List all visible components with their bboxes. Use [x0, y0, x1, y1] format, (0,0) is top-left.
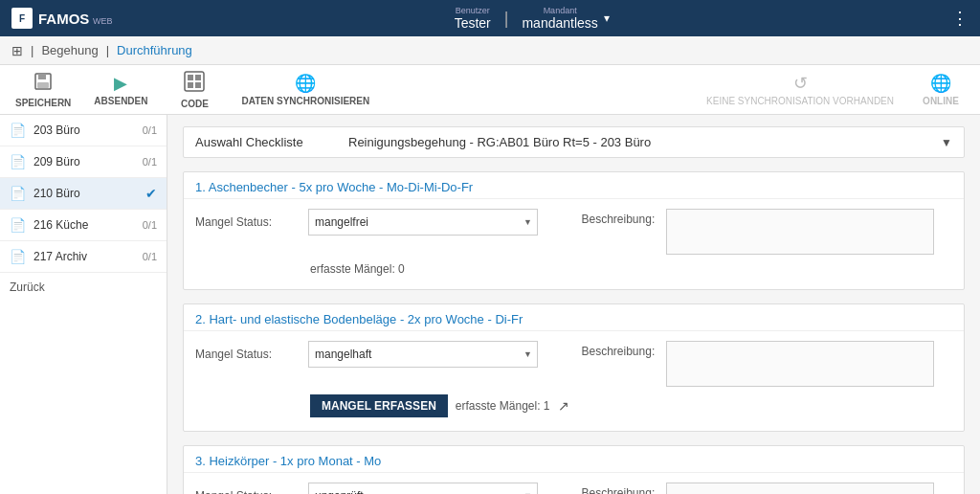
section-1-select-wrapper: mangelfrei mangelhaft ungeprüft [308, 209, 538, 236]
sidebar-label-203: 203 Büro [33, 124, 135, 137]
section-2-mangel-label: Mangel Status: [195, 348, 301, 361]
section-3-mangel-select[interactable]: mangelfrei mangelhaft ungeprüft [308, 483, 538, 494]
section-2: 2. Hart- und elastische Bodenbeläge - 2x… [183, 303, 965, 432]
section-1-beschreibung-label: Beschreibung: [582, 209, 658, 226]
online-icon: 🌐 [930, 73, 951, 94]
sidebar-count-216: 0/1 [143, 219, 157, 231]
section-2-mangel-select[interactable]: mangelfrei mangelhaft ungeprüft [308, 341, 538, 368]
section-3: 3. Heizkörper - 1x pro Monat - Mo Mangel… [183, 445, 965, 494]
section-1-body: Mangel Status: mangelfrei mangelhaft ung… [184, 199, 964, 289]
doc-icon-203: 📄 [10, 123, 26, 138]
section-3-form-row: Mangel Status: mangelfrei mangelhaft ung… [195, 483, 952, 494]
checkliste-dropdown-icon[interactable]: ▼ [941, 136, 952, 149]
section-2-select-wrapper: mangelfrei mangelhaft ungeprüft [308, 341, 538, 368]
section-2-beschreibung-label: Beschreibung: [582, 341, 658, 358]
section-2-erfasste-text: erfasste Mängel: 1 [456, 399, 550, 413]
top-navigation: F FAMOS WEB Benutzer Tester | Mandant ma… [0, 0, 980, 36]
sync-label: DATEN SYNCHRONISIEREN [241, 96, 369, 106]
code-icon [184, 71, 205, 97]
send-icon: ▶ [114, 73, 127, 94]
section-3-body: Mangel Status: mangelfrei mangelhaft ung… [184, 473, 964, 494]
logo-sub: WEB [93, 16, 113, 26]
breadcrumb-sep2: | [106, 43, 109, 57]
section-2-beschreibung-input[interactable] [666, 341, 934, 387]
sync-icon: 🌐 [295, 73, 316, 94]
svg-rect-5 [195, 75, 201, 80]
toolbar: SPEICHERN ▶ ABSENDEN CODE 🌐 DATEN SYNCHR… [0, 65, 980, 115]
checkliste-value: Reinigungsbegehung - RG:AB01 Büro Rt=5 -… [348, 135, 941, 149]
section-1-erfasste-row: erfasste Mängel: 0 [195, 260, 952, 280]
section-1-mangel-label: Mangel Status: [195, 215, 301, 229]
send-label: ABSENDEN [94, 96, 147, 106]
send-button[interactable]: ▶ ABSENDEN [94, 73, 147, 106]
mandate-name: mandantless [522, 15, 597, 31]
user-mandate-divider: | [504, 9, 509, 29]
section-1-beschreibung-field: Beschreibung: [582, 209, 953, 255]
code-label: CODE [181, 99, 209, 109]
mangel-erfassen-button[interactable]: MANGEL ERFASSEN [310, 394, 448, 417]
doc-icon-216: 📄 [10, 217, 26, 233]
breadcrumb-begehung[interactable]: Begehung [41, 43, 98, 57]
section-3-mangel-field: Mangel Status: mangelfrei mangelhaft ung… [195, 483, 567, 494]
online-button[interactable]: 🌐 ONLINE [917, 73, 965, 106]
breadcrumb-sep: | [31, 43, 33, 57]
sidebar: 📄 203 Büro 0/1 📄 209 Büro 0/1 📄 210 Büro… [0, 115, 167, 494]
doc-icon-217: 📄 [10, 249, 26, 264]
mandate-dropdown-icon[interactable]: ▾ [604, 11, 610, 25]
external-link-icon[interactable]: ↗ [558, 398, 569, 414]
sidebar-count-209: 0/1 [143, 156, 157, 168]
sync-button[interactable]: 🌐 DATEN SYNCHRONISIEREN [241, 73, 369, 106]
section-2-beschreibung-field: Beschreibung: [582, 341, 953, 387]
keine-sync-icon: ↺ [793, 73, 808, 94]
code-button[interactable]: CODE [170, 71, 218, 109]
section-2-erfasste-row: MANGEL ERFASSEN erfasste Mängel: 1 ↗ [195, 393, 952, 421]
checkliste-row: Auswahl Checkliste Reinigungsbegehung - … [183, 126, 965, 158]
section-3-mangel-label: Mangel Status: [195, 489, 301, 494]
more-menu-button[interactable]: ⋮ [951, 8, 969, 29]
section-1-beschreibung-input[interactable] [666, 209, 934, 255]
mandate-label: Mandant [544, 6, 577, 15]
section-2-title[interactable]: 2. Hart- und elastische Bodenbeläge - 2x… [184, 304, 964, 331]
svg-rect-6 [188, 82, 193, 88]
logo-text: FAMOS [38, 11, 89, 27]
doc-icon-209: 📄 [10, 154, 26, 169]
sidebar-label-209: 209 Büro [33, 155, 135, 168]
section-3-select-wrapper: mangelfrei mangelhaft ungeprüft [308, 483, 538, 494]
section-1-mangel-select[interactable]: mangelfrei mangelhaft ungeprüft [308, 209, 538, 236]
user-label: Benutzer [456, 6, 490, 15]
checkliste-label: Auswahl Checkliste [195, 135, 348, 149]
user-name: Tester [455, 15, 491, 31]
back-button[interactable]: Zurück [0, 273, 167, 302]
section-2-mangel-field: Mangel Status: mangelfrei mangelhaft ung… [195, 341, 567, 368]
section-2-form-row: Mangel Status: mangelfrei mangelhaft ung… [195, 341, 952, 387]
keine-sync-label: KEINE SYNCHRONISATION VORHANDEN [706, 96, 894, 106]
svg-rect-4 [188, 75, 193, 80]
section-1-title[interactable]: 1. Aschenbecher - 5x pro Woche - Mo-Di-M… [184, 172, 964, 199]
section-1-form-row: Mangel Status: mangelfrei mangelhaft ung… [195, 209, 952, 255]
sidebar-label-210: 210 Büro [33, 187, 138, 200]
svg-rect-1 [38, 74, 46, 79]
save-button[interactable]: SPEICHERN [15, 72, 71, 108]
nav-left: F FAMOS WEB [11, 8, 112, 29]
sidebar-item-203[interactable]: 📄 203 Büro 0/1 [0, 115, 167, 146]
section-1: 1. Aschenbecher - 5x pro Woche - Mo-Di-M… [183, 171, 965, 290]
svg-rect-2 [37, 82, 49, 88]
breadcrumb-icon: ⊞ [11, 43, 23, 58]
section-1-mangel-field: Mangel Status: mangelfrei mangelhaft ung… [195, 209, 567, 236]
section-3-beschreibung-label: Beschreibung: [582, 483, 658, 494]
breadcrumb-durchfuhrung[interactable]: Durchführung [117, 43, 192, 57]
sidebar-item-217[interactable]: 📄 217 Archiv 0/1 [0, 241, 167, 273]
user-info: Benutzer Tester | Mandant mandantless ▾ [455, 6, 610, 31]
sidebar-count-203: 0/1 [143, 124, 157, 136]
logo-icon: F [11, 8, 33, 29]
sidebar-item-216[interactable]: 📄 216 Küche 0/1 [0, 210, 167, 241]
sidebar-item-210[interactable]: 📄 210 Büro ✔ [0, 178, 167, 210]
sidebar-check-210: ✔ [145, 186, 157, 201]
section-3-title[interactable]: 3. Heizkörper - 1x pro Monat - Mo [184, 446, 964, 473]
section-3-beschreibung-input[interactable] [666, 483, 934, 494]
online-label: ONLINE [923, 96, 959, 106]
sidebar-item-209[interactable]: 📄 209 Büro 0/1 [0, 146, 167, 178]
content-area: Auswahl Checkliste Reinigungsbegehung - … [167, 115, 980, 494]
sidebar-label-216: 216 Küche [33, 218, 135, 232]
breadcrumb: ⊞ | Begehung | Durchführung [0, 36, 980, 65]
